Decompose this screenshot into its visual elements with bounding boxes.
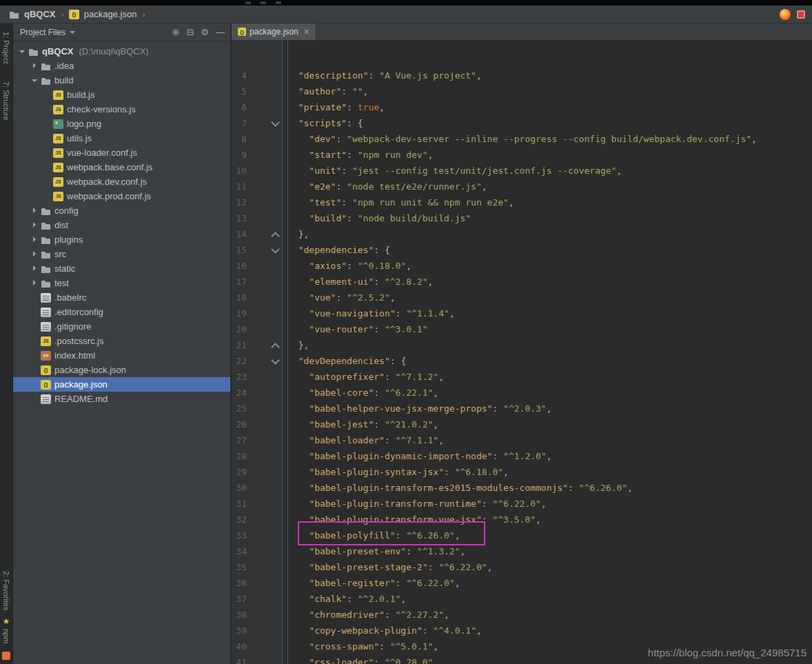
code-line-30[interactable]: 30 "babel-plugin-transform-es2015-module…	[232, 480, 812, 496]
code-line-15[interactable]: 15 "dependencies": {	[232, 242, 812, 258]
code-line-9[interactable]: 9 "start": "npm run dev",	[232, 147, 812, 163]
code-line-31[interactable]: 31 "babel-plugin-transform-runtime": "^6…	[232, 496, 812, 512]
collapse-all-icon[interactable]: ⊟	[186, 28, 194, 37]
tree-item-.postcssrc.js[interactable]: JS.postcssrc.js	[13, 334, 230, 348]
code-line-36[interactable]: 36 "babel-register": "^6.22.0",	[232, 575, 812, 591]
tree-item-.gitignore[interactable]: .gitignore	[13, 319, 230, 334]
json-colon: :	[347, 118, 358, 128]
code-line-17[interactable]: 17 "element-ui": "^2.8.2",	[232, 274, 812, 290]
fold-open-icon[interactable]	[271, 118, 280, 127]
close-icon[interactable]: ×	[304, 27, 309, 37]
expand-arrow-icon[interactable]	[30, 249, 40, 259]
tree-item-label: check-versions.js	[67, 104, 136, 114]
tree-item-build[interactable]: build	[13, 73, 230, 88]
code-line-19[interactable]: 19 "vue-navigation": "^1.1.4",	[232, 305, 812, 321]
expand-arrow-icon[interactable]	[30, 220, 40, 230]
breadcrumb-item-qBQCX[interactable]: qBQCX	[24, 9, 56, 19]
code-line-16[interactable]: 16 "axios": "^0.18.0",	[232, 258, 812, 274]
tree-item-.editorconfig[interactable]: .editorconfig	[13, 305, 230, 319]
json-key: "autoprefixer"	[309, 372, 385, 382]
tab-package-json[interactable]: {} package.json ×	[232, 23, 316, 40]
tree-item-.babelrc[interactable]: .babelrc	[13, 290, 230, 305]
tool-button-project[interactable]: 1: Project	[2, 32, 10, 63]
tree-item-webpack.base.conf.js[interactable]: JSwebpack.base.conf.js	[13, 160, 230, 174]
expand-arrow-icon[interactable]	[30, 263, 40, 274]
json-comma: ,	[400, 594, 406, 604]
tree-item-package.json[interactable]: {}package.json	[13, 377, 230, 392]
settings-icon[interactable]: ⚙	[201, 28, 209, 37]
code-line-11[interactable]: 11 "e2e": "node test/e2e/runner.js",	[232, 179, 812, 194]
code-line-21[interactable]: 21 },	[232, 337, 812, 353]
code-line-18[interactable]: 18 "vue": "^2.5.2",	[232, 290, 812, 305]
line-number: 6	[232, 99, 247, 115]
tree-item-build.js[interactable]: JSbuild.js	[13, 88, 230, 102]
expand-arrow-icon[interactable]	[30, 205, 40, 216]
code-line-39[interactable]: 39 "copy-webpack-plugin": "^4.0.1",	[232, 623, 812, 638]
tree-item-dist[interactable]: dist	[13, 218, 230, 232]
tree-item-test[interactable]: test	[13, 276, 230, 290]
code-line-10[interactable]: 10 "unit": "jest --config test/unit/jest…	[232, 163, 812, 179]
expand-arrow-icon[interactable]	[30, 234, 40, 245]
code-line-8[interactable]: 8 "dev": "webpack-dev-server --inline --…	[232, 131, 812, 147]
code-line-23[interactable]: 23 "autoprefixer": "^7.1.2",	[232, 369, 812, 385]
tree-item-check-versions.js[interactable]: JScheck-versions.js	[13, 102, 230, 117]
fold-open-icon[interactable]	[271, 245, 280, 254]
tree-item-package-lock.json[interactable]: {}package-lock.json	[13, 363, 230, 377]
code-line-5[interactable]: 5 "author": "",	[232, 83, 812, 99]
expand-arrow-icon[interactable]	[17, 46, 28, 57]
breadcrumb-item-package.json[interactable]: package.json	[84, 9, 137, 19]
tree-item-logo.png[interactable]: logo.png	[13, 117, 230, 131]
tree-item-webpack.prod.conf.js[interactable]: JSwebpack.prod.conf.js	[13, 189, 230, 203]
code-line-26[interactable]: 26 "babel-jest": "^21.0.2",	[232, 416, 812, 432]
tree-item-src[interactable]: src	[13, 247, 230, 261]
fold-close-icon[interactable]	[271, 232, 280, 241]
browser-icon[interactable]	[780, 9, 791, 20]
json-colon: :	[406, 546, 417, 556]
code-line-34[interactable]: 34 "babel-preset-env": "^1.3.2",	[232, 543, 812, 559]
code-line-25[interactable]: 25 "babel-helper-vue-jsx-merge-props": "…	[232, 401, 812, 416]
tree-item-webpack.dev.conf.js[interactable]: JSwebpack.dev.conf.js	[13, 174, 230, 189]
code-line-38[interactable]: 38 "chromedriver": "^2.27.2",	[232, 607, 812, 623]
tree-item-utils.js[interactable]: JSutils.js	[13, 131, 230, 145]
code-line-37[interactable]: 37 "chalk": "^2.0.1",	[232, 591, 812, 607]
tree-item-config[interactable]: config	[13, 203, 230, 218]
tree-item-vue-loader.conf.js[interactable]: JSvue-loader.conf.js	[13, 145, 230, 160]
code-line-7[interactable]: 7 "scripts": {	[232, 115, 812, 131]
expand-arrow-icon[interactable]	[30, 75, 40, 85]
code-line-27[interactable]: 27 "babel-loader": "^7.1.1",	[232, 432, 812, 448]
code-line-20[interactable]: 20 "vue-router": "^3.0.1"	[232, 321, 812, 337]
orange-tool-icon[interactable]	[2, 652, 10, 660]
tree-item-index.html[interactable]: <>index.html	[13, 348, 230, 363]
code-line-24[interactable]: 24 "babel-core": "^6.22.1",	[232, 385, 812, 401]
tree-indent	[30, 379, 40, 390]
fold-open-icon[interactable]	[271, 356, 280, 365]
code-line-22[interactable]: 22 "devDependencies": {	[232, 353, 812, 369]
code-line-4[interactable]: 4 "description": "A Vue.js project",	[232, 68, 812, 83]
tool-button-structure[interactable]: 7: Structure	[2, 81, 10, 121]
code-line-29[interactable]: 29 "babel-plugin-syntax-jsx": "^6.18.0",	[232, 464, 812, 480]
json-string-value: "^0.28.0"	[385, 657, 433, 664]
notification-icon[interactable]	[797, 10, 805, 19]
project-view-selector[interactable]: Project Files	[20, 28, 65, 37]
code-line-12[interactable]: 12 "test": "npm run unit && npm run e2e"…	[232, 194, 812, 210]
editor-body[interactable]: 4 "description": "A Vue.js project",5 "a…	[232, 41, 812, 664]
tree-item-.idea[interactable]: .idea	[13, 59, 230, 73]
code-line-35[interactable]: 35 "babel-preset-stage-2": "^6.22.0",	[232, 559, 812, 575]
tree-item-qBQCX[interactable]: qBQCX(D:\muqi\qBQCX)	[13, 44, 230, 59]
code-line-14[interactable]: 14 },	[232, 226, 812, 242]
code-content: "babel-loader": "^7.1.1",	[282, 432, 444, 448]
tree-item-static[interactable]: static	[13, 261, 230, 276]
code-line-28[interactable]: 28 "babel-plugin-dynamic-import-node": "…	[232, 448, 812, 464]
tree-item-README.md[interactable]: README.md	[13, 392, 230, 406]
hide-panel-icon[interactable]: —	[216, 28, 225, 37]
code-line-6[interactable]: 6 "private": true,	[232, 99, 812, 115]
tree-item-plugins[interactable]: plugins	[13, 232, 230, 247]
code-line-13[interactable]: 13 "build": "node build/build.js"	[232, 210, 812, 226]
expand-arrow-icon[interactable]	[30, 278, 40, 288]
fold-close-icon[interactable]	[271, 343, 280, 352]
tree-item-label: webpack.dev.conf.js	[67, 177, 147, 187]
tool-button-favorites[interactable]: 2: Favorites	[2, 571, 10, 610]
locate-icon[interactable]: ⊕	[172, 28, 180, 37]
expand-arrow-icon[interactable]	[30, 61, 40, 71]
tool-button-npm[interactable]: npm	[2, 629, 10, 643]
